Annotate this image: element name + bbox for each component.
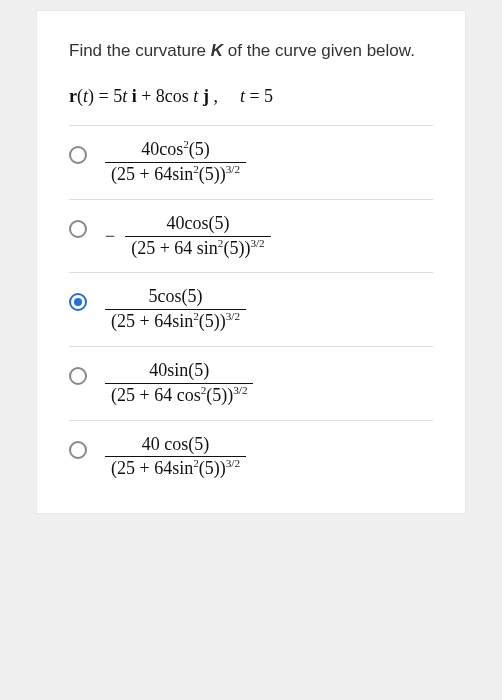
num-arg: (5) [181,286,202,306]
num-arg: (5) [208,213,229,233]
den-arg: (5)) [223,238,250,258]
den-arg: (5)) [206,385,233,405]
option-a-formula: 40cos2(5) (25 + 64sin2(5))3/2 [105,140,246,185]
radio-icon[interactable] [69,220,87,238]
eq-rhs-b: + 8cos [137,86,189,106]
den-arg: (5)) [199,311,226,331]
den-arg: (5)) [199,458,226,478]
num-arg: (5) [189,139,210,159]
negative-sign: − [105,226,115,247]
num-text: 5cos [148,286,181,306]
radio-icon[interactable] [69,367,87,385]
option-d-formula: 40sin(5) (25 + 64 cos2(5))3/2 [105,361,253,406]
option-e-formula: 40 cos(5) (25 + 64sin2(5))3/2 [105,435,246,480]
cond-eq: = 5 [245,86,273,106]
option-e[interactable]: 40 cos(5) (25 + 64sin2(5))3/2 [69,420,433,494]
num-arg: (5) [188,360,209,380]
option-b-formula: − 40cos(5) (25 + 64 sin2(5))3/2 [105,214,271,259]
den-text: (25 + 64sin [111,458,193,478]
option-a[interactable]: 40cos2(5) (25 + 64sin2(5))3/2 [69,125,433,199]
eq-t1: t [83,86,88,106]
curvature-symbol: K [211,41,223,60]
question-card: Find the curvature K of the curve given … [36,10,466,514]
den-outer-exp: 3/2 [226,457,240,469]
num-text: 40cos [141,139,183,159]
den-outer-exp: 3/2 [250,237,264,249]
den-arg: (5)) [199,164,226,184]
radio-icon[interactable] [69,441,87,459]
option-d[interactable]: 40sin(5) (25 + 64 cos2(5))3/2 [69,346,433,420]
answer-options: 40cos2(5) (25 + 64sin2(5))3/2 − 40cos(5)… [69,125,433,493]
num-text: 40cos [166,213,208,233]
eq-t3: t [193,86,198,106]
option-c[interactable]: 5cos(5) (25 + 64sin2(5))3/2 [69,272,433,346]
option-c-formula: 5cos(5) (25 + 64sin2(5))3/2 [105,287,246,332]
den-outer-exp: 3/2 [226,163,240,175]
option-b[interactable]: − 40cos(5) (25 + 64 sin2(5))3/2 [69,199,433,273]
den-text: (25 + 64 cos [111,385,201,405]
curve-equation: r(t) = 5t i + 8cos t j ,t = 5 [69,86,433,107]
eq-t2: t [122,86,127,106]
den-text: (25 + 64sin [111,164,193,184]
num-arg: (5) [188,434,209,454]
eq-comma: , [213,86,218,106]
den-outer-exp: 3/2 [233,384,247,396]
prompt-text-1: Find the curvature [69,41,211,60]
prompt-text-2: of the curve given below. [223,41,415,60]
num-text: 40 cos [142,434,189,454]
num-text: 40sin [149,360,188,380]
radio-icon[interactable] [69,293,87,311]
radio-icon[interactable] [69,146,87,164]
eq-rhs-a: = 5 [94,86,122,106]
den-outer-exp: 3/2 [226,310,240,322]
unit-j: j [203,86,209,106]
den-text: (25 + 64sin [111,311,193,331]
den-text: (25 + 64 sin [131,238,218,258]
question-prompt: Find the curvature K of the curve given … [69,37,433,64]
eq-r: r [69,86,77,106]
